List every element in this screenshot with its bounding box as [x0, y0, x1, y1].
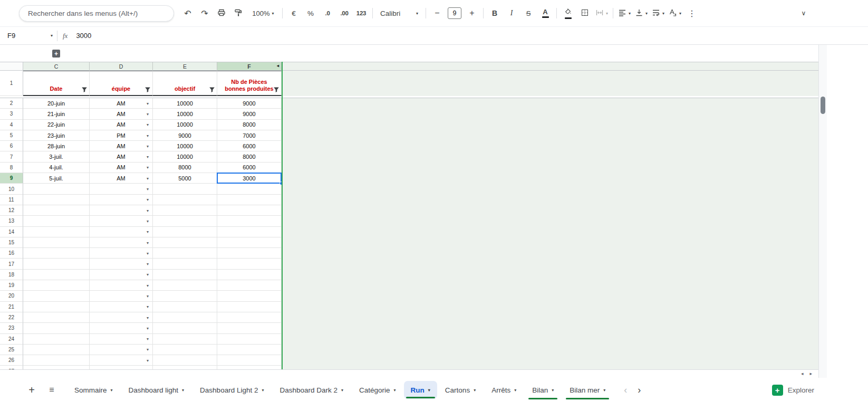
cell-C3[interactable]: 21-juin [23, 109, 90, 119]
cell-D11[interactable]: ▾ [90, 195, 153, 205]
cell-F10[interactable] [217, 184, 282, 194]
text-wrap-button[interactable]: ▾ [651, 6, 666, 21]
filter-icon[interactable] [208, 86, 215, 93]
add-sheet-button[interactable]: + [24, 383, 39, 397]
dropdown-arrow-icon[interactable]: ▾ [147, 165, 149, 170]
row-header-8[interactable]: 8 [0, 163, 23, 173]
cell-E6[interactable]: 10000 [153, 141, 217, 151]
row-header-13[interactable]: 13 [0, 216, 23, 226]
next-tabs-button[interactable]: › [638, 385, 641, 396]
cell-D22[interactable]: ▾ [90, 312, 153, 323]
row-header-9[interactable]: 9 [0, 173, 23, 184]
cell-C26[interactable] [23, 355, 90, 366]
cell-D12[interactable]: ▾ [90, 205, 153, 216]
cell-C18[interactable] [23, 270, 90, 280]
cell-E11[interactable] [153, 195, 217, 205]
row-header-4[interactable]: 4 [0, 120, 23, 130]
cell-E8[interactable]: 8000 [153, 163, 217, 173]
row-header-2[interactable]: 2 [0, 98, 23, 109]
merge-cells-button[interactable]: ▾ [594, 6, 609, 21]
cell-F4[interactable]: 8000 [217, 120, 282, 130]
dropdown-arrow-icon[interactable]: ▾ [147, 315, 149, 320]
cell-F15[interactable] [217, 237, 282, 248]
dropdown-arrow-icon[interactable]: ▾ [147, 230, 149, 234]
tab-arr-ts[interactable]: Arrêts▾ [484, 378, 524, 402]
cell-C11[interactable] [23, 195, 90, 205]
cell-D18[interactable]: ▾ [90, 270, 153, 280]
cell-F16[interactable] [217, 248, 282, 259]
row-header-7[interactable]: 7 [0, 151, 23, 162]
row-header-26[interactable]: 26 [0, 355, 23, 366]
row-header-27[interactable]: 27 [0, 366, 23, 369]
tab-dashboard-dark-2[interactable]: Dashboard Dark 2▾ [272, 378, 351, 402]
column-header-d[interactable]: D [90, 62, 153, 71]
cell-E18[interactable] [153, 270, 217, 280]
cell-C4[interactable]: 22-juin [23, 120, 90, 130]
cell-F25[interactable] [217, 345, 282, 355]
dropdown-arrow-icon[interactable]: ▾ [147, 144, 149, 148]
row-header-15[interactable]: 15 [0, 237, 23, 248]
scroll-right-button[interactable]: ▸ [809, 371, 812, 376]
cell-E16[interactable] [153, 248, 217, 259]
format-currency-button[interactable]: € [286, 6, 301, 21]
row-header-6[interactable]: 6 [0, 141, 23, 151]
filter-icon[interactable] [81, 86, 88, 93]
paint-format-button[interactable] [231, 6, 246, 21]
cell-E3[interactable]: 10000 [153, 109, 217, 119]
dropdown-arrow-icon[interactable]: ▾ [147, 218, 149, 223]
tab-cat-gorie[interactable]: Catégorie▾ [351, 378, 404, 402]
row-header-17[interactable]: 17 [0, 259, 23, 269]
cell-D2[interactable]: AM▾ [90, 98, 153, 109]
column-header-f[interactable]: F◂ [217, 62, 282, 71]
cell-D26[interactable]: ▾ [90, 355, 153, 366]
all-sheets-button[interactable]: ≡ [44, 383, 59, 397]
row-header-10[interactable]: 10 [0, 184, 23, 194]
row-header-1[interactable]: 1 [0, 71, 23, 96]
cell-E2[interactable]: 10000 [153, 98, 217, 109]
cell-E5[interactable]: 9000 [153, 130, 217, 141]
cell-F2[interactable]: 9000 [217, 98, 282, 109]
tab-dashboard-light-2[interactable]: Dashboard Light 2▾ [192, 378, 272, 402]
cell-C14[interactable] [23, 227, 90, 237]
cell-E17[interactable] [153, 259, 217, 269]
cell-F3[interactable]: 9000 [217, 109, 282, 119]
zoom-select[interactable]: 100% ▾ [248, 6, 278, 21]
font-size-input[interactable]: 9 [448, 7, 461, 19]
row-header-23[interactable]: 23 [0, 323, 23, 333]
cell-E19[interactable] [153, 280, 217, 291]
increase-decimals-button[interactable]: .00 [337, 6, 352, 21]
cell-F7[interactable]: 8000 [217, 151, 282, 162]
dropdown-arrow-icon[interactable]: ▾ [147, 251, 149, 255]
dropdown-arrow-icon[interactable]: ▾ [147, 358, 149, 362]
cell-D8[interactable]: AM▾ [90, 163, 153, 173]
row-header-19[interactable]: 19 [0, 280, 23, 291]
cell-D16[interactable]: ▾ [90, 248, 153, 259]
cell-C21[interactable] [23, 302, 90, 312]
dropdown-arrow-icon[interactable]: ▾ [147, 133, 149, 138]
text-rotation-button[interactable]: ▾ [668, 6, 682, 21]
column-header-e[interactable]: E [153, 62, 217, 71]
bold-button[interactable]: B [487, 6, 502, 21]
cell-D24[interactable]: ▾ [90, 334, 153, 345]
dropdown-arrow-icon[interactable]: ▾ [147, 337, 149, 341]
cell-F12[interactable] [217, 205, 282, 216]
tab-cartons[interactable]: Cartons▾ [437, 378, 484, 402]
cell-E7[interactable]: 10000 [153, 151, 217, 162]
dropdown-arrow-icon[interactable]: ▾ [147, 176, 149, 180]
cell-F18[interactable] [217, 270, 282, 280]
dropdown-arrow-icon[interactable]: ▾ [147, 122, 149, 127]
row-header-5[interactable]: 5 [0, 130, 23, 141]
formula-input[interactable]: 3000 [76, 32, 91, 40]
header-cell-d[interactable]: équipe [90, 71, 153, 96]
cell-F17[interactable] [217, 259, 282, 269]
cell-D17[interactable]: ▾ [90, 259, 153, 269]
borders-button[interactable] [577, 6, 592, 21]
cell-E23[interactable] [153, 323, 217, 333]
cell-F22[interactable] [217, 312, 282, 323]
cell-D20[interactable]: ▾ [90, 291, 153, 301]
cell-D9[interactable]: AM▾ [90, 173, 153, 184]
increase-font-size-button[interactable]: + [465, 6, 479, 21]
cell-C16[interactable] [23, 248, 90, 259]
dropdown-arrow-icon[interactable]: ▾ [147, 101, 149, 106]
cell-C13[interactable] [23, 216, 90, 226]
